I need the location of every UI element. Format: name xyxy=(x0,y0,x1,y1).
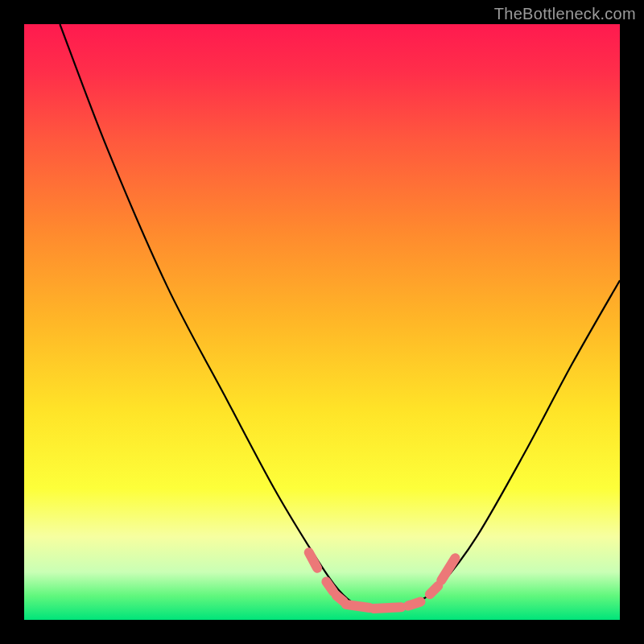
marker-dash xyxy=(374,607,401,609)
chart-frame: TheBottleneck.com xyxy=(0,0,644,644)
curve-path xyxy=(60,24,620,609)
marker-dash xyxy=(336,596,344,602)
marker-dash xyxy=(346,605,369,608)
chart-svg xyxy=(24,24,620,620)
marker-dash xyxy=(430,586,438,594)
marker-dash xyxy=(441,558,455,580)
plot-area xyxy=(24,24,620,620)
marker-dash xyxy=(309,552,317,568)
watermark-text: TheBottleneck.com xyxy=(494,5,636,23)
curve-markers xyxy=(309,552,456,609)
bottleneck-curve xyxy=(60,24,620,609)
marker-dash xyxy=(326,582,332,592)
marker-dash xyxy=(408,602,420,606)
